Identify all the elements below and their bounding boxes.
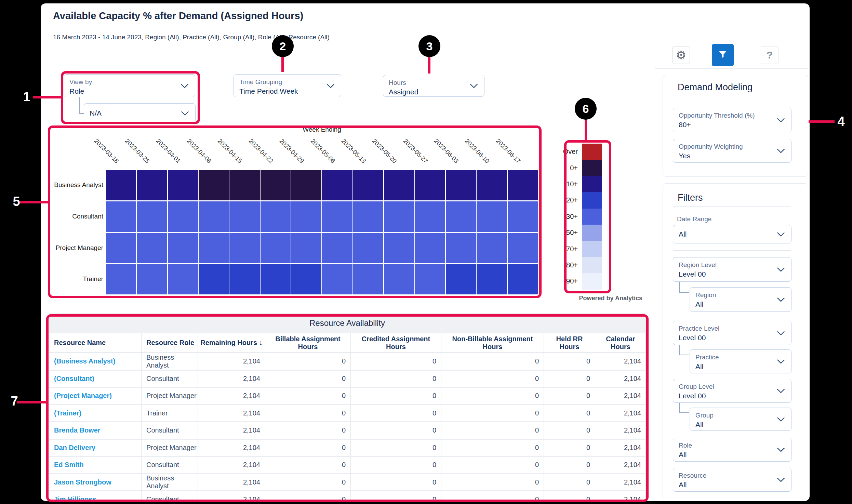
help-button[interactable]: ?: [761, 46, 778, 64]
heatmap-cell[interactable]: [137, 233, 167, 263]
heatmap-cell[interactable]: [261, 201, 291, 232]
filters-title: Filters: [678, 193, 703, 203]
heatmap-cell[interactable]: [353, 264, 383, 294]
table-header-cell[interactable]: Resource Name: [49, 333, 142, 353]
region-dropdown[interactable]: Region All: [690, 287, 791, 312]
resource-name-link[interactable]: (Business Analyst): [49, 353, 142, 370]
heatmap-cell[interactable]: [106, 233, 136, 263]
heatmap-cell[interactable]: [415, 201, 445, 232]
demand-modeling-title: Demand Modeling: [678, 82, 753, 93]
heatmap-cell[interactable]: [446, 264, 476, 294]
heatmap-cell[interactable]: [508, 170, 538, 200]
hours-label: Hours: [389, 79, 479, 87]
heatmap-cell[interactable]: [353, 170, 383, 200]
heatmap-cell[interactable]: [168, 264, 198, 294]
heatmap-cell[interactable]: [106, 170, 136, 200]
heatmap-cell[interactable]: [322, 233, 352, 263]
resource-name-link[interactable]: Jason Strongbow: [49, 474, 142, 491]
resource-role-cell: Consultant: [142, 457, 198, 473]
heatmap-row-label: Trainer: [41, 275, 103, 283]
heatmap-cell[interactable]: [137, 264, 167, 294]
heatmap-cell[interactable]: [446, 201, 476, 232]
heatmap-cell[interactable]: [261, 170, 291, 200]
heatmap-cell[interactable]: [384, 201, 414, 232]
heatmap-cell[interactable]: [508, 264, 538, 294]
heatmap-cell[interactable]: [229, 264, 259, 294]
practice-level-dropdown[interactable]: Practice Level Level 00: [673, 321, 791, 345]
hours-value-cell: 2,104: [198, 405, 265, 422]
hours-dropdown[interactable]: Hours Assigned: [383, 75, 484, 97]
resource-dropdown[interactable]: Resource All: [673, 468, 791, 492]
filter-button[interactable]: [712, 44, 734, 66]
heatmap-cell[interactable]: [384, 170, 414, 200]
heatmap-cell[interactable]: [199, 201, 229, 232]
heatmap-cell[interactable]: [291, 264, 321, 294]
heatmap-cell[interactable]: [415, 233, 445, 263]
group-dropdown[interactable]: Group All: [690, 408, 791, 431]
hours-value-cell: 0: [544, 371, 595, 387]
legend-swatch: [582, 209, 602, 225]
heatmap-cell[interactable]: [477, 170, 507, 200]
practice-dropdown[interactable]: Practice All: [690, 349, 791, 373]
heatmap-cell[interactable]: [415, 170, 445, 200]
heatmap-cell[interactable]: [291, 170, 321, 200]
group-level-dropdown[interactable]: Group Level Level 00: [673, 379, 791, 403]
heatmap-cell[interactable]: [384, 233, 414, 263]
heatmap-cell[interactable]: [168, 170, 198, 200]
opportunity-threshold-dropdown[interactable]: Opportunity Threshold (%) 80+: [673, 108, 791, 132]
date-range-dropdown[interactable]: All: [673, 225, 791, 243]
heatmap-cell[interactable]: [322, 264, 352, 294]
view-by-dropdown[interactable]: View by Role: [64, 74, 195, 97]
heatmap-cell[interactable]: [168, 201, 198, 232]
table-header-cell[interactable]: Remaining Hours ↓: [198, 333, 265, 353]
heatmap-cell[interactable]: [446, 233, 476, 263]
heatmap-cell[interactable]: [137, 201, 167, 232]
heatmap-cell[interactable]: [261, 233, 291, 263]
heatmap-cell[interactable]: [322, 170, 352, 200]
heatmap-cell[interactable]: [137, 170, 167, 200]
heatmap-cell[interactable]: [229, 233, 259, 263]
table-header-cell[interactable]: Held RR Hours: [544, 333, 595, 353]
heatmap-cell[interactable]: [229, 170, 259, 200]
heatmap-cell[interactable]: [322, 201, 352, 232]
heatmap-cell[interactable]: [291, 233, 321, 263]
view-by-sub-dropdown[interactable]: N/A: [84, 103, 196, 123]
role-dropdown[interactable]: Role All: [673, 438, 791, 462]
heatmap-cell[interactable]: [106, 264, 136, 294]
settings-button[interactable]: ⚙: [672, 46, 690, 64]
table-header-cell[interactable]: Calendar Hours: [595, 333, 646, 353]
resource-name-link[interactable]: Ed Smith: [49, 457, 142, 473]
heatmap-cell[interactable]: [508, 201, 538, 232]
table-header-cell[interactable]: Non-Billable Assignment Hours: [441, 333, 544, 353]
resource-name-link[interactable]: Jim Hilligoss: [49, 491, 142, 501]
heatmap-cell[interactable]: [353, 201, 383, 232]
heatmap-cell[interactable]: [353, 233, 383, 263]
resource-name-link[interactable]: (Project Manager): [49, 388, 142, 404]
heatmap-cell[interactable]: [229, 201, 259, 232]
heatmap-cell[interactable]: [168, 233, 198, 263]
heatmap-cell[interactable]: [477, 264, 507, 294]
heatmap-cell[interactable]: [446, 170, 476, 200]
heatmap-cell[interactable]: [261, 264, 291, 294]
region-level-dropdown[interactable]: Region Level Level 00: [673, 257, 791, 282]
heatmap-cell[interactable]: [477, 201, 507, 232]
table-header-cell[interactable]: Credited Assignment Hours: [351, 333, 441, 353]
heatmap-cell[interactable]: [415, 264, 445, 294]
table-header-cell[interactable]: Billable Assignment Hours: [265, 333, 351, 353]
resource-name-link[interactable]: Brenda Bower: [49, 422, 142, 439]
heatmap-cell[interactable]: [199, 170, 229, 200]
time-grouping-dropdown[interactable]: Time Grouping Time Period Week: [234, 74, 341, 97]
table-header-cell[interactable]: Resource Role: [142, 333, 198, 353]
opportunity-weighting-dropdown[interactable]: Opportunity Weighting Yes: [673, 139, 791, 163]
heatmap-cell[interactable]: [384, 264, 414, 294]
resource-name-link[interactable]: Dan Delivery: [49, 440, 142, 456]
heatmap-cell[interactable]: [199, 233, 229, 263]
heatmap-cell[interactable]: [199, 264, 229, 294]
heatmap-col-label: 2023-04-29: [278, 137, 305, 165]
heatmap-cell[interactable]: [508, 233, 538, 263]
heatmap-cell[interactable]: [106, 201, 136, 232]
resource-name-link[interactable]: (Trainer): [49, 405, 142, 422]
resource-name-link[interactable]: (Consultant): [49, 371, 142, 387]
heatmap-cell[interactable]: [291, 201, 321, 232]
heatmap-cell[interactable]: [477, 233, 507, 263]
